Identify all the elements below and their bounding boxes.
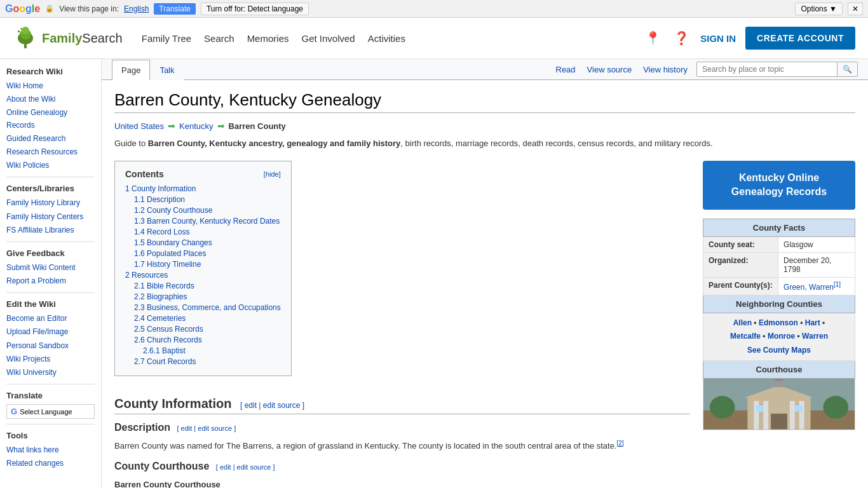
neighboring-edmonson[interactable]: Edmonson — [759, 318, 798, 327]
list-item: 2.1 Bible Records — [134, 281, 281, 290]
turn-off-button[interactable]: Turn off for: Detect language — [201, 3, 309, 15]
sidebar-item-family-history-library[interactable]: Family History Library — [6, 197, 95, 209]
section-description-edit[interactable]: [ edit | edit source ] — [177, 424, 236, 432]
parent-warren-link[interactable]: Warren — [809, 283, 834, 292]
list-item: 1.5 Boundary Changes — [134, 238, 281, 247]
svg-rect-15 — [799, 401, 804, 430]
logo[interactable]: FamilySearch — [13, 25, 123, 51]
list-item: 2.3 Business, Commerce, and Occupations — [134, 303, 281, 312]
english-language-link[interactable]: English — [124, 4, 149, 13]
list-item: 1.6 Populated Places — [134, 249, 281, 258]
contents-hide[interactable]: [hide] — [264, 170, 281, 178]
sidebar-item-about-wiki[interactable]: About the Wiki — [6, 93, 95, 105]
section-county-info-edit[interactable]: [ edit | edit source ] — [240, 401, 304, 410]
article-body: Contents [hide] 1 County Information 1.1… — [114, 161, 855, 488]
nav-get-involved[interactable]: Get Involved — [301, 30, 355, 47]
breadcrumb-arrow-2: ➡ — [217, 121, 225, 131]
list-item: 1.3 Barren County, Kentucky Record Dates — [134, 217, 281, 226]
contents-link-2-4[interactable]: 2.4 Cemeteries — [134, 314, 186, 323]
create-account-button[interactable]: CREATE ACCOUNT — [745, 27, 855, 50]
sidebar-item-research-resources[interactable]: Research Resources — [6, 146, 95, 158]
sidebar-item-submit-wiki[interactable]: Submit Wiki Content — [6, 262, 95, 274]
contents-link-2-7[interactable]: 2.7 Court Records — [134, 357, 196, 366]
tab-view-history[interactable]: View history — [641, 60, 690, 79]
contents-link-2-6[interactable]: 2.6 Church Records — [134, 336, 202, 344]
sidebar-item-upload-file[interactable]: Upload File/Image — [6, 326, 95, 338]
sidebar-item-guided-research[interactable]: Guided Research — [6, 133, 95, 145]
sign-in-button[interactable]: SIGN IN — [700, 33, 736, 44]
tab-talk[interactable]: Talk — [150, 60, 184, 80]
sidebar-item-family-history-centers[interactable]: Family History Centers — [6, 211, 95, 223]
sidebar-item-report-problem[interactable]: Report a Problem — [6, 275, 95, 287]
sidebar-item-what-links[interactable]: What links here — [6, 444, 95, 456]
sidebar-item-wiki-policies[interactable]: Wiki Policies — [6, 159, 95, 172]
neighboring-monroe[interactable]: Monroe — [768, 332, 795, 341]
contents-link-2-5[interactable]: 2.5 Census Records — [134, 325, 203, 334]
svg-point-9 — [710, 396, 735, 419]
contents-link-2-2[interactable]: 2.2 Biographies — [134, 292, 187, 301]
wiki-search-button[interactable]: 🔍 — [837, 62, 857, 76]
section-courthouse-edit[interactable]: [ edit | edit source ] — [216, 463, 275, 471]
select-language-button[interactable]: G Select Language — [6, 404, 95, 419]
wiki-search-input[interactable] — [697, 62, 837, 76]
contents-link-1-3[interactable]: 1.3 Barren County, Kentucky Record Dates — [134, 217, 280, 226]
sidebar-item-related-changes[interactable]: Related changes — [6, 458, 95, 470]
tab-view-source[interactable]: View source — [585, 60, 635, 79]
sidebar-item-wiki-university[interactable]: Wiki University — [6, 367, 95, 379]
tab-read[interactable]: Read — [553, 60, 578, 79]
contents-title: Contents — [125, 169, 164, 179]
contents-link-2-6-1[interactable]: 2.6.1 Baptist — [143, 346, 186, 355]
contents-link-1-2[interactable]: 1.2 County Courthouse — [134, 206, 212, 215]
list-item: 1.7 History Timeline — [134, 260, 281, 269]
neighboring-warren[interactable]: Warren — [802, 332, 828, 341]
tab-page[interactable]: Page — [112, 60, 150, 80]
nav-search[interactable]: Search — [204, 30, 234, 47]
sidebar-item-personal-sandbox[interactable]: Personal Sandbox — [6, 340, 95, 352]
options-button[interactable]: Options ▼ — [795, 3, 843, 15]
contents-link-1-5[interactable]: 1.5 Boundary Changes — [134, 238, 212, 247]
select-language-label: Select Language — [20, 408, 72, 416]
contents-link-1-6[interactable]: 1.6 Populated Places — [134, 249, 206, 258]
address-block: Barren County Courthouse 1st Floor Glasg… — [114, 477, 690, 488]
list-item: 2.4 Cemeteries — [134, 314, 281, 323]
breadcrumb-current: Barren County — [229, 121, 286, 131]
contents-link-1-1[interactable]: 1.1 Description — [134, 195, 185, 204]
contents-link-2-1[interactable]: 2.1 Bible Records — [134, 281, 194, 290]
nav-family-tree[interactable]: Family Tree — [142, 30, 191, 47]
section-courthouse-h3: County Courthouse [ edit | edit source ] — [114, 461, 690, 472]
nav-memories[interactable]: Memories — [247, 30, 289, 47]
contents-list: 1 County Information 1.1 Description 1.2… — [125, 184, 281, 366]
nav-activities[interactable]: Activities — [368, 30, 405, 47]
see-county-maps-link[interactable]: See County Maps — [747, 346, 811, 355]
sidebar-item-online-genealogy[interactable]: Online Genealogy Records — [6, 107, 95, 131]
sidebar-item-become-editor[interactable]: Become an Editor — [6, 313, 95, 325]
neighboring-hart[interactable]: Hart — [805, 318, 820, 327]
ky-online-genealogy-button[interactable]: Kentucky OnlineGenealogy Records — [703, 161, 855, 210]
organized-value: December 20, 1798 — [778, 252, 855, 277]
neighboring-metcalfe[interactable]: Metcalfe — [730, 332, 761, 341]
sidebar-item-wiki-home[interactable]: Wiki Home — [6, 80, 95, 92]
sidebar-item-wiki-projects[interactable]: Wiki Projects — [6, 353, 95, 365]
breadcrumb-us[interactable]: United States — [114, 121, 164, 131]
close-button[interactable]: ✕ — [848, 3, 863, 15]
ref-2-link[interactable]: [2] — [617, 440, 624, 447]
location-icon-button[interactable]: 📍 — [643, 29, 662, 48]
wiki-tab-actions: Read View source View history 🔍 — [553, 60, 858, 79]
ref-1-link[interactable]: [1] — [834, 281, 841, 288]
contents-link-1[interactable]: 1 County Information — [125, 184, 196, 193]
sidebar-item-fs-affiliate[interactable]: FS Affiliate Libraries — [6, 224, 95, 236]
familysearch-logo-icon — [13, 25, 38, 51]
view-page-text: View this page in: — [59, 4, 119, 13]
breadcrumb-state[interactable]: Kentucky — [179, 121, 213, 131]
list-item: 2 Resources — [125, 271, 281, 280]
contents-link-2[interactable]: 2 Resources — [125, 271, 168, 280]
contents-link-2-3[interactable]: 2.3 Business, Commerce, and Occupations — [134, 303, 281, 312]
neighboring-allen[interactable]: Allen — [733, 318, 752, 327]
help-icon-button[interactable]: ❓ — [672, 29, 691, 48]
contents-link-1-7[interactable]: 1.7 History Timeline — [134, 260, 201, 269]
translate-button[interactable]: Translate — [154, 3, 196, 15]
contents-link-1-4[interactable]: 1.4 Record Loss — [134, 227, 189, 236]
sidebar-section-edit: Edit the Wiki — [6, 299, 95, 309]
svg-rect-14 — [790, 401, 795, 430]
parent-green-link[interactable]: Green — [783, 283, 804, 292]
